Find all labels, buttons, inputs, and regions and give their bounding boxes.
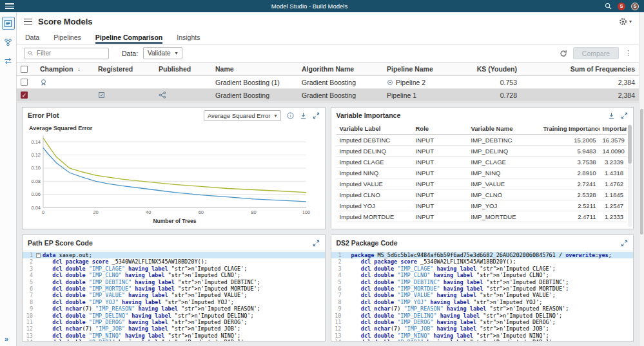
code-editor[interactable]: 1package MS_5d6c5b1ec9484af6b59f6ad75e3d… <box>331 251 634 341</box>
vi-cell: 16.3579 <box>600 137 627 144</box>
data-label: Data: <box>122 50 138 57</box>
column-header-name[interactable]: Name <box>211 62 298 75</box>
rail-item-pipelines[interactable] <box>2 35 15 48</box>
scrollbar-thumb[interactable] <box>628 125 632 164</box>
panel-title: Variable Importance <box>337 111 401 119</box>
tabs: DataPipelinesPipeline ComparisonInsights <box>17 31 639 44</box>
table-row[interactable]: Imputed CLNOINPUTIMP_CLNO2.53281.1845 <box>337 189 627 200</box>
champion-cell <box>36 76 94 88</box>
column-header-sum-of-frequencies[interactable]: Sum of Frequencies <box>521 62 639 75</box>
column-header-pipeline-name[interactable]: Pipeline Name <box>383 62 469 75</box>
vi-column-header[interactable]: Role <box>413 125 468 132</box>
panel-title: DS2 Package Code <box>337 239 398 247</box>
vi-column-header[interactable]: Importance Stand... <box>600 125 627 132</box>
code-line: 1package MS_5d6c5b1ec9484af6b59f6ad75e3d… <box>331 252 634 258</box>
table-row[interactable]: ✓Gradient BoostingGradient BoostingPipel… <box>17 89 639 102</box>
code-text: dcl double "P_BAD1" having label "str">n… <box>43 339 247 341</box>
code-line: 10 dcl double "IMP_DELINQ" having label … <box>23 312 325 319</box>
tab-data[interactable]: Data <box>25 31 39 44</box>
vi-table-header: Variable LabelRoleVariable NameTraining … <box>337 123 627 135</box>
filter-box[interactable] <box>24 48 109 59</box>
fold-gutter <box>345 285 351 292</box>
model-name-cell: Gradient Boosting (1) <box>211 76 298 88</box>
vi-column-header[interactable]: Training Importance <box>540 125 600 132</box>
error-metric-select[interactable]: Average Squared Error ▾ <box>204 110 281 121</box>
column-header-algorithm-name[interactable]: Algorithm Name <box>298 62 383 75</box>
filter-input[interactable] <box>35 49 105 57</box>
column-header-label: Name <box>215 65 234 73</box>
line-number: 5 <box>23 279 36 285</box>
code-text: dcl package score _5340WA2LFLINX545AW18B… <box>351 258 516 265</box>
column-header-registered[interactable]: Registered <box>94 62 155 75</box>
fold-gutter <box>345 319 351 325</box>
scrollbar-thumb[interactable] <box>640 109 643 235</box>
vi-cell: 14.0090 <box>600 148 627 155</box>
table-row[interactable]: Imputed YOJINPUTIMP_YOJ2.52111.2547 <box>337 200 627 211</box>
fold-collapse-icon[interactable]: − <box>36 253 41 258</box>
vi-cell: IMP_DEBTINC <box>468 137 540 144</box>
vi-cell: 1.4762 <box>600 180 627 187</box>
compare-button[interactable]: Compare <box>573 47 619 59</box>
vi-cell: 1.4318 <box>600 169 627 177</box>
download-icon[interactable] <box>300 112 307 119</box>
column-header-published[interactable]: Published <box>155 62 211 75</box>
fold-gutter <box>345 265 351 272</box>
table-row[interactable]: Imputed MORTDUEINPUTIMP_MORTDUE2.47111.2… <box>337 211 627 222</box>
code-editor[interactable]: 1−data sasep.out;2 dcl package score _53… <box>23 251 325 341</box>
tab-pipelines[interactable]: Pipelines <box>54 31 81 44</box>
vi-cell: 2.5328 <box>540 191 600 198</box>
line-number: 2 <box>23 258 36 265</box>
maximize-icon[interactable] <box>621 112 628 119</box>
row-checkbox[interactable]: ✓ <box>21 91 28 99</box>
column-header-champion[interactable]: Champion↓ <box>36 62 94 75</box>
path-ep-code-panel: Path EP Score Code 1−data sasep.out;2 dc… <box>22 235 326 341</box>
table-row[interactable]: Gradient Boosting (1)Gradient BoostingPi… <box>17 76 639 89</box>
download-icon[interactable] <box>608 112 615 119</box>
chart-y-title: Average Squared Error <box>29 125 325 131</box>
line-number: 6 <box>23 285 36 292</box>
table-row[interactable]: Imputed VALUEINPUTIMP_VALUE2.72411.4762 <box>337 178 627 189</box>
vi-column-header[interactable]: Variable Name <box>468 125 540 132</box>
line-number: 12 <box>331 325 345 332</box>
line-number: 8 <box>23 299 36 305</box>
project-menu-icon[interactable] <box>24 19 32 25</box>
settings-control[interactable]: ▾ <box>619 17 632 26</box>
app-menu-icon[interactable] <box>5 3 14 9</box>
refresh-icon[interactable] <box>560 50 567 57</box>
select-all-checkbox[interactable] <box>21 66 28 73</box>
maximize-icon[interactable] <box>313 112 320 119</box>
page-scrollbar[interactable] <box>639 12 644 346</box>
svg-text:0.12: 0.12 <box>31 152 41 158</box>
maximize-icon[interactable] <box>313 240 320 247</box>
tab-pipeline-comparison[interactable]: Pipeline Comparison <box>95 31 162 44</box>
rail-item-comparison[interactable] <box>2 54 15 67</box>
avatar-secondary[interactable]: S <box>631 3 639 10</box>
fold-gutter <box>345 272 351 278</box>
data-select[interactable]: Validate ▾ <box>143 47 182 59</box>
expand-rail-icon[interactable]: » <box>5 335 8 343</box>
row-checkbox[interactable] <box>21 79 28 86</box>
info-icon[interactable]: i <box>287 112 294 119</box>
code-text: package MS_5d6c5b1ec9484af6b59f6ad75e3d6… <box>351 252 612 258</box>
search-icon[interactable] <box>605 3 612 10</box>
vi-cell: 3.2339 <box>600 159 627 166</box>
table-row[interactable]: Imputed CLAGEINPUTIMP_CLAGE3.75383.2339 <box>337 157 627 168</box>
kebab-menu-icon[interactable]: ⋮ <box>625 49 632 57</box>
rail-item-score-models[interactable] <box>2 17 15 30</box>
error-plot-chart: 0.040.060.080.100.120.14020406080100Numb… <box>23 131 325 229</box>
vi-column-header[interactable]: Variable Label <box>337 125 413 132</box>
code-line: 12 dcl nchar(7) "IMP_JOB" having label "… <box>331 325 634 332</box>
fold-gutter: − <box>36 252 43 258</box>
svg-text:60: 60 <box>199 209 204 215</box>
table-row[interactable]: Imputed NINQINPUTIMP_NINQ2.89101.4318 <box>337 168 627 178</box>
vi-cell: INPUT <box>413 137 468 144</box>
tab-insights[interactable]: Insights <box>177 31 200 44</box>
panel-scrollbar[interactable] <box>628 124 632 227</box>
column-header-ks-youden-[interactable]: KS (Youden) <box>469 62 521 75</box>
table-row[interactable]: Imputed DELINQINPUTIMP_DELINQ5.948314.00… <box>337 146 627 157</box>
avatar-primary[interactable]: S <box>618 3 625 10</box>
table-row[interactable]: Imputed DEBTINCINPUTIMP_DEBTINC15.200516… <box>337 135 627 146</box>
maximize-icon[interactable] <box>621 240 628 247</box>
vi-cell: 2.4711 <box>540 213 600 220</box>
code-line: 14 dcl double "P_BAD1" having label "str… <box>23 339 325 341</box>
